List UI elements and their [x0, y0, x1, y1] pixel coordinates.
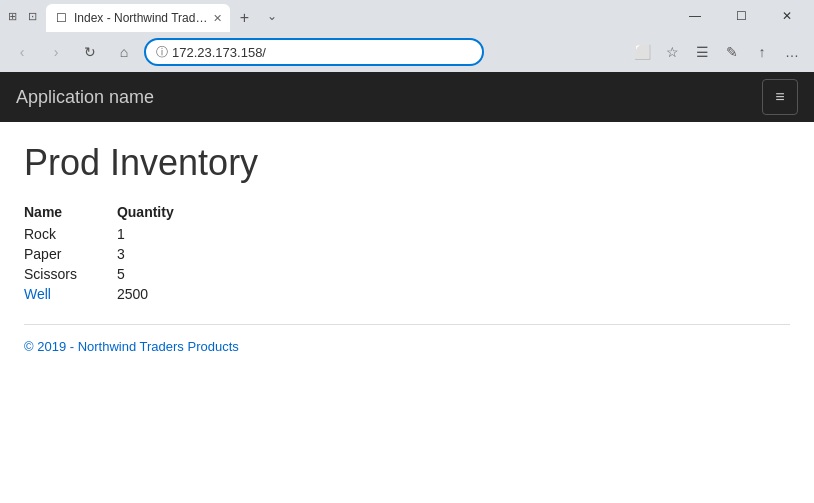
col-header-name: Name — [24, 200, 117, 224]
active-tab[interactable]: ☐ Index - Northwind Trad… ✕ — [46, 4, 230, 32]
browser-menu-icon[interactable]: ⊞ — [4, 8, 20, 24]
row-quantity: 5 — [117, 264, 214, 284]
tab-dropdown-button[interactable]: ⌄ — [258, 2, 286, 30]
row-name: Scissors — [24, 264, 117, 284]
more-icon[interactable]: … — [778, 38, 806, 66]
close-button[interactable]: ✕ — [764, 0, 810, 32]
table-row: Rock1 — [24, 224, 214, 244]
refresh-button[interactable]: ↻ — [76, 38, 104, 66]
browser-icons-left: ⊞ ⊡ — [4, 8, 40, 24]
forward-button[interactable]: › — [42, 38, 70, 66]
tab-title: Index - Northwind Trad… — [74, 11, 207, 25]
row-quantity: 2500 — [117, 284, 214, 304]
tab-close-button[interactable]: ✕ — [213, 12, 222, 25]
row-quantity: 3 — [117, 244, 214, 264]
minimize-button[interactable]: — — [672, 0, 718, 32]
url-text: 172.23.173.158/ — [172, 45, 472, 60]
footer-text: © 2019 - Northwind Traders Products — [24, 339, 239, 354]
read-icon[interactable]: ☰ — [688, 38, 716, 66]
tab-bar: ⊞ ⊡ ☐ Index - Northwind Trad… ✕ + ⌄ — ☐ … — [0, 0, 814, 32]
table-row: Scissors5 — [24, 264, 214, 284]
share-icon[interactable]: ↑ — [748, 38, 776, 66]
page-footer: © 2019 - Northwind Traders Products — [24, 324, 790, 355]
window-controls: — ☐ ✕ — [672, 0, 810, 32]
info-icon: ⓘ — [156, 44, 168, 61]
hamburger-menu[interactable]: ≡ — [762, 79, 798, 115]
new-tab-button[interactable]: + — [230, 4, 258, 32]
tab-favicon: ☐ — [54, 11, 68, 25]
back-button[interactable]: ‹ — [8, 38, 36, 66]
star-icon[interactable]: ☆ — [658, 38, 686, 66]
row-name[interactable]: Well — [24, 284, 117, 304]
pen-icon[interactable]: ✎ — [718, 38, 746, 66]
split-view-icon[interactable]: ⬜ — [628, 38, 656, 66]
row-quantity: 1 — [117, 224, 214, 244]
browser-grid-icon[interactable]: ⊡ — [24, 8, 40, 24]
col-header-quantity: Quantity — [117, 200, 214, 224]
row-name: Rock — [24, 224, 117, 244]
home-button[interactable]: ⌂ — [110, 38, 138, 66]
inventory-table: Name Quantity Rock1Paper3Scissors5Well25… — [24, 200, 214, 304]
browser-chrome: ⊞ ⊡ ☐ Index - Northwind Trad… ✕ + ⌄ — ☐ … — [0, 0, 814, 72]
page-content: Prod Inventory Name Quantity Rock1Paper3… — [0, 122, 814, 375]
url-bar[interactable]: ⓘ 172.23.173.158/ — [144, 38, 484, 66]
table-row: Well2500 — [24, 284, 214, 304]
row-name: Paper — [24, 244, 117, 264]
toolbar-icons: ⬜ ☆ ☰ ✎ ↑ … — [628, 38, 806, 66]
address-bar: ‹ › ↻ ⌂ ⓘ 172.23.173.158/ ⬜ ☆ ☰ ✎ ↑ … — [0, 32, 814, 72]
app-navbar: Application name ≡ — [0, 72, 814, 122]
table-row: Paper3 — [24, 244, 214, 264]
page-title: Prod Inventory — [24, 142, 790, 184]
app-brand: Application name — [16, 87, 154, 108]
maximize-button[interactable]: ☐ — [718, 0, 764, 32]
